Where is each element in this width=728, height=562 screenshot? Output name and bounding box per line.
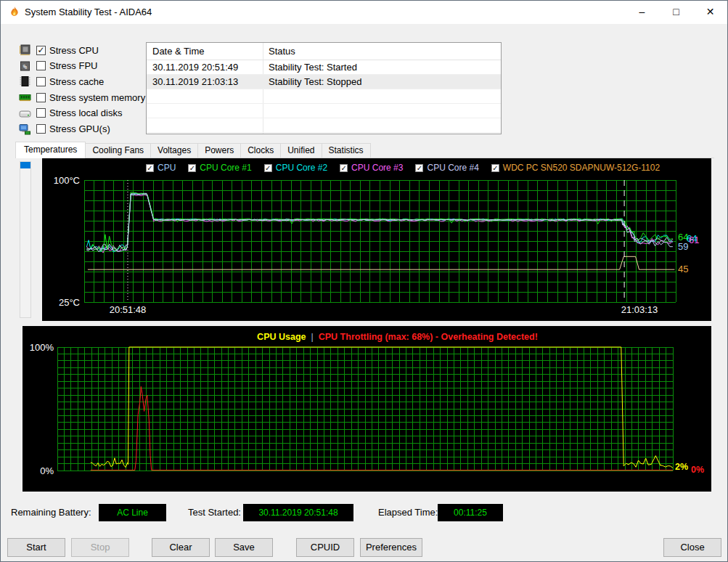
close-window-button[interactable]: ✕ [693,1,727,23]
legend-label: CPU Core #2 [276,163,327,173]
stress-option-stress-cpu-checkbox[interactable]: ✓ [36,46,46,55]
legend-checkbox-cpu[interactable]: ✓ [146,164,154,172]
temp-x-stop-label: 21:03:13 [607,304,672,315]
stress-option-label: Stress FPU [49,60,97,71]
legend-item-cpu: ✓CPU [146,163,176,173]
log-table-header: Date & Time Status [147,43,501,60]
stress-option-stress-local-disks: Stress local disks [19,106,122,121]
throttling-alert-text: CPU Throttling (max: 68%) - Overheating … [319,332,538,342]
stress-option-label: Stress local disks [49,107,122,118]
legend-item-wdc-pc-sn520-sdapnuw-512g-1102: ✓WDC PC SN520 SDAPNUW-512G-1102 [491,163,660,173]
tab-voltages[interactable]: Voltages [150,143,198,158]
cpuid-button[interactable]: CPUID [296,538,354,557]
legend-checkbox-cpu-core-4[interactable]: ✓ [415,164,423,172]
legend-item-cpu-core-4: ✓CPU Core #4 [415,163,478,173]
tab-temperatures[interactable]: Temperatures [15,142,86,158]
tab-cooling-fans[interactable]: Cooling Fans [85,143,151,158]
legend-item-cpu-core-3: ✓CPU Core #3 [340,163,403,173]
tab-unified[interactable]: Unified [280,143,322,158]
temp-current-value: 45 [678,264,688,274]
usage-title-text: CPU Usage [257,332,306,342]
temp-chart-legend: ✓CPU✓CPU Core #1✓CPU Core #2✓CPU Core #3… [146,163,660,173]
temp-current-value: 61 [689,235,699,245]
stability-test-window: System Stability Test - AIDA64 – □ ✕ ✓St… [0,0,728,562]
usage-y-min-label: 0% [23,465,54,476]
temp-y-min-label: 25°C [42,297,80,308]
legend-item-cpu-core-2: ✓CPU Core #2 [264,163,327,173]
usage-y-max-label: 100% [23,342,54,353]
temp-y-max-label: 100°C [42,175,80,186]
log-row[interactable]: 30.11.2019 21:03:13Stability Test: Stopp… [147,75,501,89]
tab-bar: TemperaturesCooling FansVoltagesPowersCl… [15,142,370,158]
stress-option-stress-system-memory: Stress system memory [19,90,145,105]
stress-option-stress-fpu: %Stress FPU [19,59,97,73]
stress-option-stress-local-disks-checkbox[interactable] [36,108,46,118]
log-cell-status: Stability Test: Started [269,60,357,74]
legend-label: CPU Core #3 [351,163,403,173]
log-cell-datetime: 30.11.2019 20:51:49 [152,60,238,74]
test-started-value: 30.11.2019 20:51:48 [243,504,353,521]
legend-label: CPU Core #4 [427,163,478,173]
log-table: Date & Time Status 30.11.2019 20:51:49St… [146,42,502,134]
usage-chart-title: CPU Usage | CPU Throttling (max: 68%) - … [53,332,728,342]
log-row-empty [147,89,501,104]
stress-option-label: Stress CPU [49,45,99,56]
stress-option-stress-fpu-checkbox[interactable] [36,61,46,70]
log-row[interactable]: 30.11.2019 20:51:49Stability Test: Start… [147,60,501,75]
temp-x-start-label: 20:51:48 [95,304,160,315]
series-cpu-throttling [91,386,673,470]
tab-clocks[interactable]: Clocks [240,143,281,158]
log-cell-datetime: 30.11.2019 21:03:13 [152,75,238,89]
elapsed-time-label: Elapsed Time: [378,504,438,521]
cpu-icon [19,44,31,56]
stress-option-stress-cache-checkbox[interactable] [36,77,46,86]
usage-title-separator: | [311,332,314,342]
memory-icon [19,91,31,103]
legend-label: WDC PC SN520 SDAPNUW-512G-1102 [503,163,660,173]
gpu-icon [19,123,31,135]
remaining-battery-label: Remaining Battery: [11,504,91,521]
log-row-empty [147,118,501,133]
throttling-current-value: 0% [691,465,704,475]
window-title: System Stability Test - AIDA64 [25,1,152,24]
log-row-empty [147,104,501,118]
disk-icon [19,107,31,119]
tab-statistics[interactable]: Statistics [322,143,371,158]
legend-checkbox-cpu-core-3[interactable]: ✓ [340,164,348,172]
stress-option-stress-cache: Stress cache [19,74,104,89]
flame-icon [9,7,20,18]
stress-option-stress-gpu-s-checkbox[interactable] [36,124,46,134]
legend-label: CPU [158,163,176,173]
maximize-button[interactable]: □ [659,1,693,23]
close-dialog-button[interactable]: Close [663,538,721,557]
preferences-button[interactable]: Preferences [360,538,422,557]
stress-option-label: Stress cache [49,76,104,87]
usage-current-value: 2% [675,462,688,472]
stress-option-stress-system-memory-checkbox[interactable] [36,93,46,102]
fpu-icon: % [19,60,31,72]
stress-option-label: Stress GPU(s) [49,123,110,134]
legend-checkbox-cpu-core-1[interactable]: ✓ [188,164,196,172]
minimize-button[interactable]: – [625,1,659,23]
log-header-status: Status [263,43,295,60]
legend-checkbox-cpu-core-2[interactable]: ✓ [264,164,272,172]
temperature-chart: ✓CPU✓CPU Core #1✓CPU Core #2✓CPU Core #3… [42,158,711,321]
temp-chart-scrollbar-thumb[interactable] [20,162,30,168]
log-header-datetime: Date & Time [147,43,205,60]
save-button[interactable]: Save [215,538,273,557]
tab-powers[interactable]: Powers [197,143,241,158]
temp-current-value: 59 [678,241,688,252]
clear-button[interactable]: Clear [152,538,210,557]
svg-text:%: % [23,62,28,70]
temp-chart-scrollbar [20,161,31,318]
stress-option-stress-cpu: ✓Stress CPU [19,43,99,57]
stress-option-label: Stress system memory [49,92,145,103]
stop-button: Stop [71,538,129,557]
elapsed-time-value: 00:11:25 [438,504,503,521]
title-bar: System Stability Test - AIDA64 – □ ✕ [1,1,727,24]
legend-checkbox-wdc-pc-sn520-sdapnuw-512g-1102[interactable]: ✓ [491,164,499,172]
cpu-usage-chart: CPU Usage | CPU Throttling (max: 68%) - … [23,326,711,492]
test-started-label: Test Started: [188,504,241,521]
start-button[interactable]: Start [7,538,65,557]
legend-label: CPU Core #1 [200,163,251,173]
